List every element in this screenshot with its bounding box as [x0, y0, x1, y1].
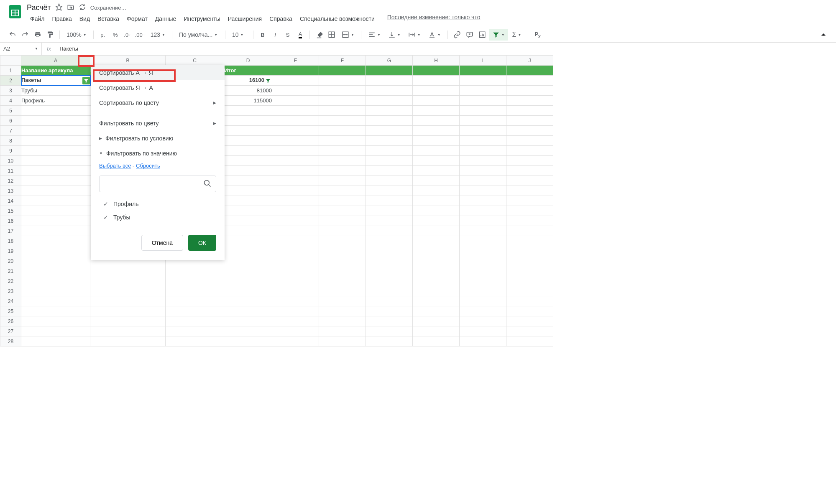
undo-icon[interactable]: [7, 29, 18, 41]
filter-values-list: ✓Профиль ✓Трубы: [91, 195, 225, 227]
reset-link[interactable]: Сбросить: [136, 163, 160, 169]
table-row: 16: [0, 216, 553, 226]
col-header-f[interactable]: F: [319, 56, 366, 66]
row-header-4[interactable]: 4: [0, 96, 21, 106]
filter-value-item[interactable]: ✓Профиль: [99, 197, 216, 211]
col-header-h[interactable]: H: [413, 56, 460, 66]
cell-d2[interactable]: 16100: [224, 76, 272, 86]
table-row: 28: [0, 336, 553, 346]
svg-marker-4: [56, 4, 62, 10]
merge-cells-icon[interactable]: ▼: [338, 29, 358, 41]
col-header-b[interactable]: B: [90, 56, 166, 66]
select-all-link[interactable]: Выбрать все: [99, 163, 131, 169]
table-row: 13: [0, 186, 553, 196]
v-align-icon[interactable]: ▼: [385, 29, 404, 41]
sort-za[interactable]: Сортировать Я → А: [91, 80, 225, 95]
filter-button-d[interactable]: [264, 77, 272, 84]
borders-icon[interactable]: [326, 29, 337, 41]
table-row: 4 Профиль 115000: [0, 96, 553, 106]
ok-button[interactable]: ОК: [188, 235, 216, 251]
filter-by-condition[interactable]: ▶Фильтровать по условию: [91, 131, 225, 146]
table-row: 7: [0, 126, 553, 136]
font-select[interactable]: По умолча...▼: [176, 29, 222, 41]
row-header-3[interactable]: 3: [0, 86, 21, 96]
menu-extensions[interactable]: Расширения: [225, 14, 265, 24]
cell-a2[interactable]: Пакеты: [21, 76, 90, 86]
text-color-icon[interactable]: A: [294, 29, 306, 41]
filter-icon[interactable]: ▼: [489, 29, 508, 41]
zoom-select[interactable]: 100%▼: [63, 29, 90, 41]
print-icon[interactable]: [32, 29, 43, 41]
redo-icon[interactable]: [19, 29, 31, 41]
sort-az[interactable]: Сортировать А → Я: [91, 65, 225, 80]
row-header-2[interactable]: 2: [0, 76, 21, 86]
currency-format[interactable]: р.: [97, 29, 109, 41]
fill-color-icon[interactable]: [313, 29, 325, 41]
col-header-c[interactable]: C: [166, 56, 224, 66]
table-row: 27: [0, 326, 553, 336]
header-total[interactable]: Итог: [224, 66, 272, 76]
percent-format[interactable]: %: [110, 29, 121, 41]
row-header-1[interactable]: 1: [0, 66, 21, 76]
filter-button-a[interactable]: [82, 77, 90, 84]
select-all-corner[interactable]: [0, 56, 21, 66]
font-size-select[interactable]: 10▼: [229, 29, 250, 41]
filter-search-input[interactable]: [104, 181, 203, 187]
table-row: 12: [0, 176, 553, 186]
formula-input[interactable]: [56, 46, 836, 52]
menu-view[interactable]: Вид: [76, 14, 93, 24]
col-header-e[interactable]: E: [272, 56, 319, 66]
text-rotate-icon[interactable]: ▼: [425, 29, 444, 41]
comment-icon[interactable]: [464, 29, 476, 41]
input-tools-icon[interactable]: РУ: [532, 29, 543, 41]
table-row: 3 Трубы 81000: [0, 86, 553, 96]
col-header-d[interactable]: D: [224, 56, 272, 66]
app-header: Расчёт Сохранение… Файл Правка Вид Встав…: [0, 0, 836, 24]
menu-data[interactable]: Данные: [152, 14, 180, 24]
menu-file[interactable]: Файл: [27, 14, 48, 24]
star-icon[interactable]: [55, 3, 63, 12]
decrease-decimal-icon[interactable]: .0←: [122, 29, 134, 41]
menu-insert[interactable]: Вставка: [94, 14, 123, 24]
col-header-i[interactable]: I: [460, 56, 506, 66]
move-icon[interactable]: [67, 3, 74, 12]
filter-by-color[interactable]: Фильтровать по цвету▶: [91, 116, 225, 131]
cancel-button[interactable]: Отмена: [141, 235, 183, 251]
menu-format[interactable]: Формат: [123, 14, 151, 24]
filter-search[interactable]: [99, 176, 216, 192]
chevron-right-icon: ▶: [213, 121, 216, 125]
cell-a4[interactable]: Профиль: [21, 96, 90, 106]
header-name[interactable]: Название артикула: [21, 66, 90, 76]
cell-d3[interactable]: 81000: [224, 86, 272, 96]
doc-title[interactable]: Расчёт: [27, 3, 51, 12]
filter-value-item[interactable]: ✓Трубы: [99, 211, 216, 224]
increase-decimal-icon[interactable]: .00→: [135, 29, 146, 41]
strikethrough-icon[interactable]: S: [282, 29, 294, 41]
menu-tools[interactable]: Инструменты: [180, 14, 223, 24]
text-wrap-icon[interactable]: ▼: [405, 29, 424, 41]
col-header-j[interactable]: J: [506, 56, 553, 66]
cell-d4[interactable]: 115000: [224, 96, 272, 106]
last-change-link[interactable]: Последнее изменение: только что: [387, 14, 481, 24]
italic-icon[interactable]: I: [269, 29, 281, 41]
col-header-a[interactable]: A: [21, 56, 90, 66]
h-align-icon[interactable]: ▼: [365, 29, 384, 41]
menu-bar: Файл Правка Вид Вставка Формат Данные Ин…: [27, 14, 829, 24]
paint-format-icon[interactable]: [44, 29, 56, 41]
link-icon[interactable]: [451, 29, 463, 41]
table-row: 20: [0, 256, 553, 266]
cell-reference[interactable]: A2▼: [0, 43, 42, 55]
filter-by-value[interactable]: ▼Фильтровать по значению: [91, 146, 225, 161]
menu-accessibility[interactable]: Специальные возможности: [297, 14, 378, 24]
functions-icon[interactable]: Σ▼: [509, 29, 525, 41]
chart-icon[interactable]: [476, 29, 488, 41]
menu-help[interactable]: Справка: [266, 14, 296, 24]
bold-icon[interactable]: B: [257, 29, 268, 41]
number-format-select[interactable]: 123▼: [147, 29, 169, 41]
sort-by-color[interactable]: Сортировать по цвету▶: [91, 95, 225, 110]
menu-edit[interactable]: Правка: [49, 14, 75, 24]
col-header-g[interactable]: G: [366, 56, 413, 66]
cell-a3[interactable]: Трубы: [21, 86, 90, 96]
sheets-logo[interactable]: [7, 3, 23, 20]
collapse-toolbar-icon[interactable]: [818, 29, 829, 41]
